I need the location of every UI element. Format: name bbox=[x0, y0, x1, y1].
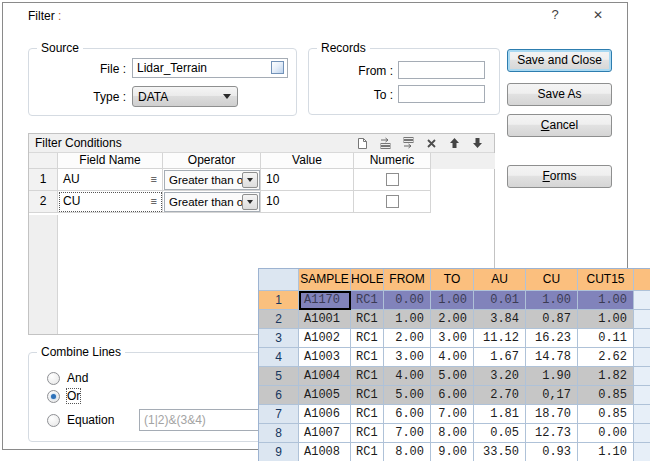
row-number[interactable]: 1 bbox=[259, 291, 299, 310]
row-number[interactable]: 4 bbox=[259, 348, 299, 367]
col-header-cu[interactable]: CU bbox=[526, 269, 578, 291]
grid-cell[interactable]: A1002 bbox=[299, 329, 351, 348]
chevron-down-icon[interactable] bbox=[242, 194, 258, 210]
grid-cell[interactable]: 0.11 bbox=[578, 329, 634, 348]
grid-cell[interactable]: 0.00 bbox=[384, 291, 431, 310]
row-number[interactable]: 3 bbox=[259, 329, 299, 348]
cancel-button[interactable]: Cancel bbox=[507, 114, 612, 137]
save-and-close-button[interactable]: Save and Close bbox=[507, 49, 612, 72]
grid-cell[interactable]: 1.00 bbox=[431, 291, 474, 310]
grid-cell[interactable]: RC1 bbox=[351, 386, 384, 405]
field-picker-icon[interactable]: ≡ bbox=[151, 191, 162, 212]
grid-cell[interactable]: 14.78 bbox=[526, 348, 578, 367]
numeric-checkbox[interactable] bbox=[386, 195, 399, 208]
radio-equation[interactable]: Equation bbox=[47, 413, 114, 427]
grid-cell[interactable]: 0.01 bbox=[474, 291, 526, 310]
grid-cell[interactable]: 0.05 bbox=[474, 424, 526, 443]
close-icon[interactable]: ✕ bbox=[589, 6, 607, 24]
grid-cell[interactable]: 0.00 bbox=[578, 424, 634, 443]
chevron-down-icon[interactable] bbox=[242, 172, 258, 188]
operator-dropdown[interactable]: Greater than or bbox=[164, 192, 260, 212]
grid-cell[interactable]: 1.81 bbox=[474, 405, 526, 424]
row-number[interactable]: 8 bbox=[259, 424, 299, 443]
grid-cell[interactable]: RC1 bbox=[351, 424, 384, 443]
insert-row-above-icon[interactable] bbox=[378, 136, 392, 150]
grid-cell[interactable]: 1.90 bbox=[526, 367, 578, 386]
grid-cell[interactable]: A1001 bbox=[299, 310, 351, 329]
grid-cell[interactable]: 1.00 bbox=[578, 310, 634, 329]
grid-cell[interactable]: 1.10 bbox=[578, 443, 634, 461]
save-as-button[interactable]: Save As bbox=[507, 83, 612, 106]
col-header-from[interactable]: FROM bbox=[384, 269, 431, 291]
grid-cell[interactable]: 6.00 bbox=[431, 386, 474, 405]
grid-cell[interactable]: 3.00 bbox=[431, 329, 474, 348]
grid-cell[interactable]: 9.00 bbox=[431, 443, 474, 461]
col-header-to[interactable]: TO bbox=[431, 269, 474, 291]
insert-row-below-icon[interactable] bbox=[401, 136, 415, 150]
grid-cell[interactable]: RC1 bbox=[351, 348, 384, 367]
grid-cell[interactable]: 0.87 bbox=[526, 310, 578, 329]
type-dropdown[interactable]: DATA bbox=[132, 86, 238, 107]
row-number[interactable]: 5 bbox=[259, 367, 299, 386]
grid-cell[interactable]: A1007 bbox=[299, 424, 351, 443]
grid-cell[interactable]: 2.00 bbox=[431, 310, 474, 329]
grid-cell[interactable]: A1008 bbox=[299, 443, 351, 461]
grid-cell[interactable]: RC1 bbox=[351, 291, 384, 310]
grid-cell[interactable]: A1006 bbox=[299, 405, 351, 424]
operator-dropdown[interactable]: Greater than or bbox=[164, 170, 260, 190]
grid-cell[interactable]: 3.00 bbox=[384, 348, 431, 367]
radio-icon[interactable] bbox=[47, 414, 60, 427]
col-header-hole[interactable]: HOLE bbox=[351, 269, 384, 291]
col-header-sample[interactable]: SAMPLE bbox=[299, 269, 351, 291]
forms-button[interactable]: Forms bbox=[507, 165, 612, 188]
move-down-icon[interactable] bbox=[470, 136, 484, 150]
new-row-icon[interactable] bbox=[355, 136, 369, 150]
row-number[interactable]: 7 bbox=[259, 405, 299, 424]
filter-row-number[interactable]: 1 bbox=[29, 169, 58, 191]
grid-cell[interactable]: 16.23 bbox=[526, 329, 578, 348]
grid-cell[interactable]: 2.70 bbox=[474, 386, 526, 405]
grid-cell[interactable]: 2.00 bbox=[384, 329, 431, 348]
grid-cell[interactable]: 1.67 bbox=[474, 348, 526, 367]
move-up-icon[interactable] bbox=[447, 136, 461, 150]
grid-cell[interactable]: A1003 bbox=[299, 348, 351, 367]
radio-and[interactable]: And bbox=[47, 371, 88, 385]
grid-cell[interactable]: 1.00 bbox=[578, 291, 634, 310]
value-cell[interactable]: 10 bbox=[261, 191, 354, 213]
radio-or[interactable]: Or bbox=[47, 389, 80, 403]
row-number[interactable]: 2 bbox=[259, 310, 299, 329]
grid-cell[interactable]: 3.84 bbox=[474, 310, 526, 329]
grid-cell[interactable]: 0.93 bbox=[526, 443, 578, 461]
grid-cell[interactable]: A1004 bbox=[299, 367, 351, 386]
grid-cell[interactable]: 4.00 bbox=[431, 348, 474, 367]
grid-cell[interactable]: 18.70 bbox=[526, 405, 578, 424]
grid-cell[interactable]: 12.73 bbox=[526, 424, 578, 443]
grid-cell[interactable]: 0.85 bbox=[578, 405, 634, 424]
grid-cell[interactable]: 8.00 bbox=[384, 443, 431, 461]
col-header-cut15[interactable]: CUT15 bbox=[578, 269, 634, 291]
grid-cell[interactable]: 5.00 bbox=[431, 367, 474, 386]
file-input[interactable] bbox=[132, 58, 288, 78]
grid-cell[interactable]: 33.50 bbox=[474, 443, 526, 461]
grid-cell[interactable]: 5.00 bbox=[384, 386, 431, 405]
grid-cell[interactable]: 1.00 bbox=[384, 310, 431, 329]
grid-cell-active[interactable]: A1170 bbox=[299, 291, 351, 310]
grid-corner-cell[interactable] bbox=[259, 269, 299, 291]
grid-cell[interactable]: 11.12 bbox=[474, 329, 526, 348]
filter-row-number[interactable]: 2 bbox=[29, 191, 58, 213]
row-number[interactable]: 6 bbox=[259, 386, 299, 405]
grid-cell[interactable]: RC1 bbox=[351, 367, 384, 386]
radio-icon-selected[interactable] bbox=[47, 390, 60, 403]
grid-cell[interactable]: 1.82 bbox=[578, 367, 634, 386]
row-number[interactable]: 9 bbox=[259, 443, 299, 461]
radio-icon[interactable] bbox=[47, 372, 60, 385]
grid-cell[interactable]: 0.85 bbox=[578, 386, 634, 405]
records-from-input[interactable] bbox=[398, 61, 485, 79]
numeric-checkbox[interactable] bbox=[386, 173, 399, 186]
col-header-au[interactable]: AU bbox=[474, 269, 526, 291]
grid-cell[interactable]: 6.00 bbox=[384, 405, 431, 424]
grid-cell[interactable]: 8.00 bbox=[431, 424, 474, 443]
grid-cell[interactable]: 2.62 bbox=[578, 348, 634, 367]
grid-cell[interactable]: RC1 bbox=[351, 310, 384, 329]
help-button[interactable]: ? bbox=[546, 6, 564, 24]
